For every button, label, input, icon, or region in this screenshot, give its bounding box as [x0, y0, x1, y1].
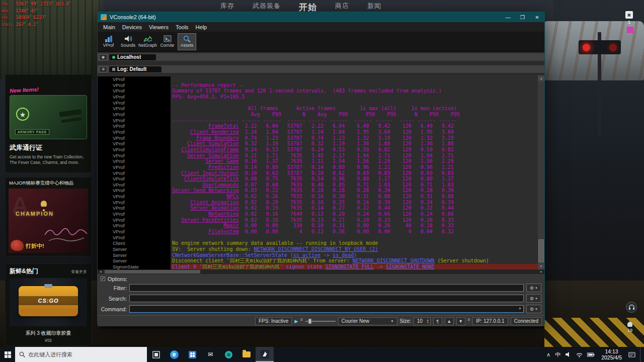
- log-row[interactable]: VProfMagic 0.00 0.00 330 0.10 0.31 0.00 …: [98, 223, 538, 229]
- log-row[interactable]: ServerCNetworkGameServerBase::SetServerS…: [98, 252, 538, 258]
- menu-item-tools[interactable]: Tools: [172, 24, 192, 30]
- ime-indicator[interactable]: 中: [555, 351, 560, 358]
- log-row[interactable]: VProfClient Rendering 1.24 1.84 53787 1.…: [98, 129, 538, 135]
- font-select[interactable]: Courier New ▼: [338, 317, 397, 325]
- log-row[interactable]: VProfFPS: Avg=450.2, P1=165.5: [98, 94, 538, 100]
- taskbar-clock[interactable]: 14:13 2025/4/5: [599, 348, 624, 360]
- log-row[interactable]: VProfFrameTotal 2.22 6.04 53787 2.22 6.0…: [98, 123, 538, 129]
- log-row[interactable]: VProfClient Simulation 0.32 1.19 53787 0…: [98, 141, 538, 147]
- taskbar-mail[interactable]: ✉: [201, 347, 219, 362]
- log-row[interactable]: VProfClientSimulateTick 0.08 0.75 7635 0…: [98, 176, 538, 182]
- log-link[interactable]: ss_active: [293, 252, 320, 258]
- vprof-node-link[interactable]: Server Game: [172, 158, 238, 164]
- taskbar-edge[interactable]: e: [165, 347, 183, 362]
- log-view[interactable]: VProfVProf-- Performance report --VProfS…: [98, 75, 544, 269]
- log-row[interactable]: VProfServer Send Networking 0.03 0.22 76…: [98, 188, 538, 194]
- vconsole-titlebar[interactable]: VConsole2 (64-bit) — ❐ ✕: [98, 12, 544, 22]
- vprof-node-link[interactable]: Magic: [172, 223, 238, 229]
- menu-item-viewers[interactable]: Viewers: [145, 24, 172, 30]
- log-row[interactable]: VProfSummary of 53787 frames and 120 1-s…: [98, 88, 538, 94]
- log-link[interactable]: SIGNONSTATE_FULL: [326, 264, 374, 269]
- log-horizontal-scrollbar[interactable]: ◀ ▶: [98, 269, 544, 274]
- game-menu-item[interactable]: 商店: [335, 2, 349, 11]
- minimize-button[interactable]: —: [501, 12, 515, 22]
- overlay-pink-icon[interactable]: [627, 27, 633, 33]
- overlay-headset-icon[interactable]: [626, 302, 637, 313]
- play-button[interactable]: ▶: [294, 319, 298, 324]
- log-row[interactable]: VProfClient Input/Output 0.10 0.62 53787…: [98, 170, 538, 176]
- scroll-bottom-button[interactable]: ▼: [456, 317, 465, 325]
- log-row[interactable]: VProfClient_Animation 0.02 0.20 7635 0.1…: [98, 200, 538, 206]
- vprof-node-link[interactable]: Client Simulation: [172, 141, 238, 147]
- sticker-capsule-image[interactable]: CS:GO: [10, 278, 87, 326]
- log-row[interactable]: VProf---------------------- ------ -----…: [98, 118, 538, 124]
- vprof-node-link[interactable]: ClientSimulateTick: [172, 176, 238, 182]
- host-tab[interactable]: Localhost: [109, 54, 156, 60]
- vprof-node-link[interactable]: ClientSimulateFrame: [172, 147, 238, 153]
- taskbar-search[interactable]: 在此键入进行搜索: [15, 347, 147, 362]
- host-expander-button[interactable]: ◉: [99, 54, 107, 60]
- log-row[interactable]: VProf: [98, 76, 538, 82]
- command-input[interactable]: ▼: [129, 305, 524, 313]
- log-row[interactable]: VProfUserCommands 0.07 0.68 7635 0.48 0.…: [98, 182, 538, 188]
- command-options-button[interactable]: ⚙▼: [526, 305, 541, 313]
- task-view-button[interactable]: [147, 347, 165, 362]
- vprof-node-link[interactable]: NPCs: [172, 194, 238, 200]
- vprof-node-link[interactable]: FrameTotal: [172, 123, 238, 129]
- log-row[interactable]: VProfServer Animation 0.02 0.19 7635 0.1…: [98, 205, 538, 211]
- menu-item-devices[interactable]: Devices: [119, 24, 145, 30]
- menu-item-help[interactable]: Help: [192, 24, 211, 30]
- log-row[interactable]: VProfPrediction 0.14 0.89 53787 0.14 0.8…: [98, 164, 538, 170]
- vprof-node-link[interactable]: FileSystem: [172, 229, 238, 235]
- scroll-down-icon[interactable]: ▼: [538, 263, 544, 269]
- vprof-node-link[interactable]: Server PackEntities: [172, 217, 238, 223]
- major-image[interactable]: A CHAMPION 打折中!: [9, 189, 88, 253]
- scroll-up-icon[interactable]: ▲: [538, 75, 544, 81]
- game-menu-item[interactable]: 武器装备: [253, 2, 281, 11]
- see-more-link[interactable]: 查看更多: [71, 269, 87, 275]
- log-row[interactable]: ServerDisconnect client '回村三天miku治好了我的精神…: [98, 258, 538, 264]
- log-row[interactable]: VProfServer Simulation 0.21 1.71 7635 1.…: [98, 153, 538, 159]
- vprof-node-link[interactable]: Server Animation: [172, 205, 238, 211]
- menu-item-main[interactable]: Main: [100, 24, 119, 30]
- filter-options-button[interactable]: ⚙▼: [526, 284, 541, 292]
- log-row[interactable]: VProfFrame Boundary 0.74 1.23 53787 0.74…: [98, 135, 538, 141]
- game-menu-item[interactable]: 新闻: [367, 2, 381, 11]
- scroll-right-icon[interactable]: ▶: [538, 269, 544, 274]
- log-row[interactable]: VProfServer PackEntities 0.02 0.16 7635 …: [98, 217, 538, 223]
- font-size-stepper[interactable]: 10 ▲▼: [414, 317, 431, 325]
- volume-icon[interactable]: [565, 351, 572, 357]
- log-expander-button[interactable]: ⊕: [99, 66, 107, 72]
- command-dropdown-icon[interactable]: ▼: [518, 307, 522, 310]
- log-row[interactable]: VProf Avg P99 N Avg P99 P50 P95 N P50 P9…: [98, 112, 538, 118]
- word-wrap-button[interactable]: ¶: [433, 317, 442, 325]
- vprof-node-link[interactable]: Frame Boundary: [172, 135, 238, 141]
- toolbar-sounds-button[interactable]: Sounds: [119, 33, 137, 50]
- vprof-node-link[interactable]: Client_Animation: [172, 200, 238, 206]
- close-button[interactable]: ✕: [530, 12, 544, 22]
- stepper-arrows-icon[interactable]: ▲▼: [427, 319, 429, 324]
- filter-input[interactable]: [129, 284, 524, 292]
- playback-slider[interactable]: [305, 318, 336, 325]
- overlay-notification-icon[interactable]: ▣: [625, 11, 633, 19]
- major-panel[interactable]: MAJOR锦标赛竞猜中心和物品 A CHAMPION 打折中!: [5, 177, 92, 256]
- toolbar-netgraph-button[interactable]: NetGraph: [138, 33, 157, 50]
- vprof-node-link[interactable]: UserCommands: [172, 182, 238, 188]
- armory-panel[interactable]: New Items! ★ ARMORY PASS 武库通行证 Get acces…: [5, 74, 92, 173]
- log-row[interactable]: VProfServer Game 0.16 1.37 7635 1.11 1.5…: [98, 158, 538, 164]
- taskbar-explorer[interactable]: [237, 347, 256, 362]
- taskbar-store[interactable]: [183, 347, 201, 362]
- log-row[interactable]: VProf: [98, 235, 538, 241]
- log-row[interactable]: VProf: [98, 100, 538, 106]
- show-desktop-button[interactable]: [640, 347, 642, 362]
- log-row[interactable]: VProfNPCs 0.02 0.26 7635 0.16 0.30 0.31 …: [98, 194, 538, 200]
- start-button[interactable]: [0, 347, 15, 362]
- log-row[interactable]: VProfClientSimulateFrame 0.24 0.53 53787…: [98, 147, 538, 153]
- vprof-node-link[interactable]: Networking: [172, 211, 238, 217]
- log-link[interactable]: NETWORK_DISCONNECT_SHUTDOWN: [353, 258, 435, 263]
- log-row[interactable]: VProfFileSystem 0.00 0.00 4 0.12 0.36 0.…: [98, 229, 538, 235]
- toolbar-convar-button[interactable]: ConVar: [158, 33, 177, 50]
- log-row[interactable]: ServerSV: Server shutting down: NETWORK_…: [98, 246, 538, 252]
- log-link[interactable]: SIGNONSTATE_NONE: [386, 264, 434, 269]
- taskbar-photos[interactable]: [219, 347, 237, 362]
